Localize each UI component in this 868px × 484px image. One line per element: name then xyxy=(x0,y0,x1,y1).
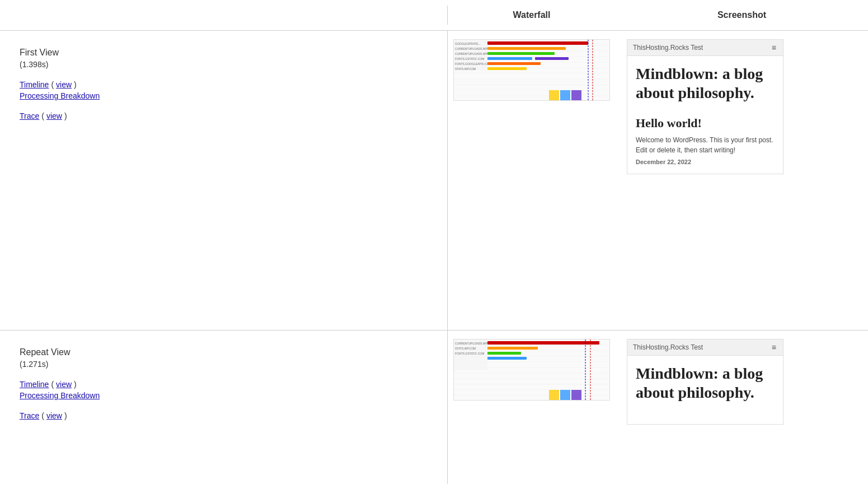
repeat-view-row: Repeat View (1.271s) Timeline ( view ) P… xyxy=(0,331,868,484)
first-view-processing-link[interactable]: Processing Breakdown xyxy=(20,91,100,100)
repeat-view-trace-view-link[interactable]: view xyxy=(46,411,62,420)
header-screenshot: Screenshot xyxy=(616,6,868,25)
first-view-trace-view-link[interactable]: view xyxy=(46,111,62,120)
first-view-screenshot-header: ThisHosting.Rocks Test ≡ xyxy=(627,40,783,56)
content-area: First View (1.398s) Timeline ( view ) Pr… xyxy=(0,31,868,484)
first-view-row: First View (1.398s) Timeline ( view ) Pr… xyxy=(0,31,868,331)
repeat-view-waterfall: CURRENTUPLOADS.WP... STATS.WP.COM FONTS.… xyxy=(448,331,616,484)
first-view-site-name: ThisHosting.Rocks Test xyxy=(633,44,703,52)
svg-text:FONTS.GOOGLEAPIS.COM: FONTS.GOOGLEAPIS.COM xyxy=(455,62,491,66)
header-row: Waterfall Screenshot xyxy=(0,0,868,31)
svg-rect-20 xyxy=(487,52,555,55)
svg-rect-47 xyxy=(487,352,521,355)
first-view-timeline-row: Timeline ( view ) xyxy=(20,80,428,89)
first-view-timeline-view-link[interactable]: view xyxy=(56,80,72,89)
svg-rect-18 xyxy=(487,41,588,45)
svg-rect-45 xyxy=(487,341,599,345)
svg-rect-25 xyxy=(549,90,559,100)
repeat-view-left: Repeat View (1.271s) Timeline ( view ) P… xyxy=(0,331,448,484)
svg-text:FONTS.GSTATIC.COM: FONTS.GSTATIC.COM xyxy=(455,352,484,355)
svg-rect-27 xyxy=(571,90,581,100)
svg-rect-50 xyxy=(560,390,570,400)
repeat-view-screenshot: ThisHosting.Rocks Test ≡ Mindblown: a bl… xyxy=(616,331,868,484)
waterfall-column-label: Waterfall xyxy=(513,10,551,20)
svg-text:STATS.WP.COM: STATS.WP.COM xyxy=(455,67,476,71)
svg-rect-22 xyxy=(535,57,569,60)
page-container: Waterfall Screenshot First View (1.398s)… xyxy=(0,0,868,484)
first-view-trace-link[interactable]: Trace xyxy=(20,111,39,120)
first-view-links: Timeline ( view ) Processing Breakdown xyxy=(20,80,428,100)
first-view-hero-title: Mindblown: a blog about philosophy. xyxy=(636,64,775,102)
repeat-view-timeline-row: Timeline ( view ) xyxy=(20,380,428,389)
repeat-view-title: Repeat View xyxy=(20,347,428,357)
first-view-screenshot-frame: ThisHosting.Rocks Test ≡ Mindblown: a bl… xyxy=(627,39,783,174)
repeat-view-trace-row: Trace ( view ) xyxy=(20,411,428,420)
repeat-view-trace-link[interactable]: Trace xyxy=(20,411,39,420)
first-view-post-title: Hello world! xyxy=(636,116,775,131)
first-view-processing-row: Processing Breakdown xyxy=(20,91,428,100)
first-view-menu-icon: ≡ xyxy=(772,43,777,52)
svg-rect-26 xyxy=(560,90,570,100)
repeat-view-time: (1.271s) xyxy=(20,360,428,369)
first-view-waterfall-image[interactable]: GOOGLEUPDATE... CURRENTUPLOADS.WP... CUR… xyxy=(453,39,610,101)
repeat-view-menu-icon: ≡ xyxy=(772,343,777,352)
first-view-left: First View (1.398s) Timeline ( view ) Pr… xyxy=(0,31,448,330)
first-view-screenshot-body: Mindblown: a blog about philosophy. Hell… xyxy=(627,56,783,174)
first-view-title: First View xyxy=(20,48,428,58)
svg-text:GOOGLEUPDATE...: GOOGLEUPDATE... xyxy=(455,42,481,45)
svg-text:CURRENTUPLOADS.WP...: CURRENTUPLOADS.WP... xyxy=(455,47,489,50)
first-view-time: (1.398s) xyxy=(20,60,428,69)
svg-rect-51 xyxy=(571,390,581,400)
repeat-view-links: Timeline ( view ) Processing Breakdown xyxy=(20,380,428,400)
repeat-view-screenshot-body: Mindblown: a blog about philosophy. xyxy=(627,356,783,424)
first-view-waterfall: GOOGLEUPDATE... CURRENTUPLOADS.WP... CUR… xyxy=(448,31,616,330)
first-view-timeline-link[interactable]: Timeline xyxy=(20,80,49,89)
first-view-trace-row: Trace ( view ) xyxy=(20,111,428,120)
first-view-post-excerpt: Welcome to WordPress. This is your first… xyxy=(636,135,775,155)
repeat-view-processing-row: Processing Breakdown xyxy=(20,391,428,400)
repeat-view-processing-link[interactable]: Processing Breakdown xyxy=(20,391,100,400)
repeat-view-screenshot-frame: ThisHosting.Rocks Test ≡ Mindblown: a bl… xyxy=(627,339,783,425)
screenshot-column-label: Screenshot xyxy=(717,10,766,20)
svg-rect-48 xyxy=(487,357,527,360)
header-left xyxy=(0,6,448,25)
repeat-view-waterfall-image[interactable]: CURRENTUPLOADS.WP... STATS.WP.COM FONTS.… xyxy=(453,339,610,401)
svg-rect-23 xyxy=(487,62,541,65)
svg-text:CURRENTUPLOADS.WP...: CURRENTUPLOADS.WP... xyxy=(455,52,489,55)
svg-text:FONTS.GSTATIC.COM: FONTS.GSTATIC.COM xyxy=(455,57,484,61)
header-waterfall: Waterfall xyxy=(448,6,616,25)
svg-rect-24 xyxy=(487,67,527,70)
repeat-view-hero-title: Mindblown: a blog about philosophy. xyxy=(636,364,775,402)
svg-rect-49 xyxy=(549,390,559,400)
first-view-screenshot: ThisHosting.Rocks Test ≡ Mindblown: a bl… xyxy=(616,31,868,330)
first-view-post-date: December 22, 2022 xyxy=(636,159,775,165)
repeat-view-screenshot-header: ThisHosting.Rocks Test ≡ xyxy=(627,339,783,356)
svg-rect-19 xyxy=(487,47,566,50)
repeat-view-timeline-view-link[interactable]: view xyxy=(56,380,72,389)
svg-rect-21 xyxy=(487,57,532,60)
svg-text:STATS.WP.COM: STATS.WP.COM xyxy=(455,347,476,350)
repeat-view-site-name: ThisHosting.Rocks Test xyxy=(633,343,703,351)
repeat-view-timeline-link[interactable]: Timeline xyxy=(20,380,49,389)
svg-rect-46 xyxy=(487,347,538,350)
svg-text:CURRENTUPLOADS.WP...: CURRENTUPLOADS.WP... xyxy=(455,342,489,345)
